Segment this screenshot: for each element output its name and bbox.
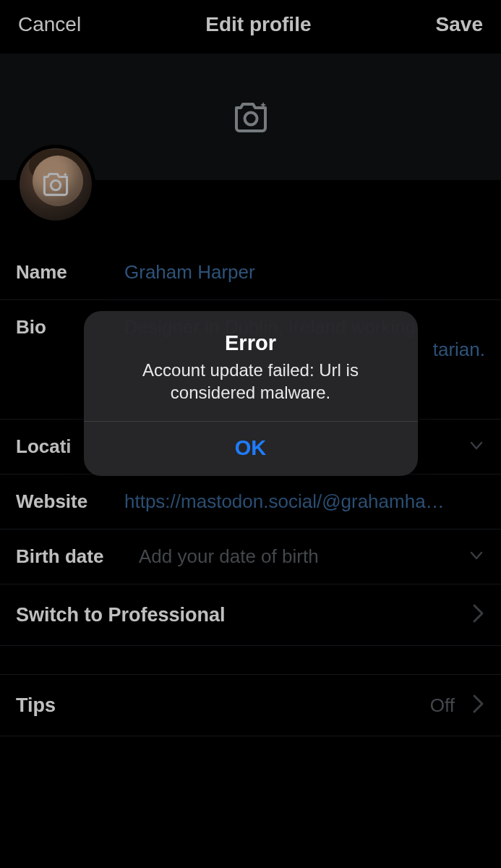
alert-title: Error: [106, 331, 396, 355]
alert-ok-button[interactable]: OK: [84, 422, 418, 476]
alert-body: Error Account update failed: Url is cons…: [84, 311, 418, 421]
alert-message: Account update failed: Url is considered…: [106, 359, 396, 404]
error-alert: Error Account update failed: Url is cons…: [84, 311, 418, 476]
